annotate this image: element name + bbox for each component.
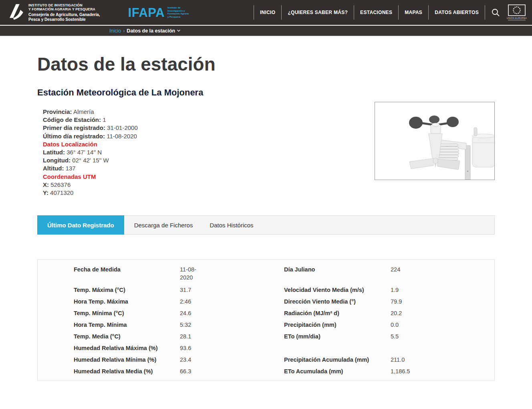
eu-flag-icon	[508, 4, 526, 16]
ifapa-sub-text: Instituto de Investigación y Formación A…	[167, 6, 189, 18]
metric-value: 66.3	[180, 368, 284, 375]
table-row: Humedad Relativa Media (%) 66.3 ETo Acum…	[74, 365, 487, 377]
metric-label: Velocidad Viento Media (m/s)	[284, 287, 391, 293]
metric-label: ETo (mm/dia)	[284, 333, 391, 340]
metric-value: 1,186.5	[391, 368, 487, 375]
metric-label: Temp. Mínima (°C)	[74, 310, 180, 316]
chevron-down-icon	[177, 29, 181, 32]
metric-value: 224	[391, 266, 487, 274]
junta-andalucia-logo[interactable]	[6, 2, 24, 23]
metric-value: 5.5	[391, 333, 487, 340]
breadcrumb-separator: ›	[123, 28, 125, 34]
tab-descarga-de-ficheros[interactable]: Descarga de Ficheros	[127, 216, 200, 234]
meta-utm-y: Y: 4071320	[43, 189, 138, 197]
breadcrumb-home-link[interactable]: Inicio	[109, 28, 121, 34]
search-button[interactable]	[491, 8, 500, 17]
table-row: Humedad Relativa Máxima (%) 93.6	[74, 342, 487, 354]
main-nav: INICIO ¿QUIERES SABER MÁS? ESTACIONES MA…	[254, 5, 485, 20]
tab-bar: Último Dato Registrado Descarga de Fiche…	[37, 215, 495, 235]
meta-altitud: Altitud: 137	[43, 164, 138, 172]
metric-value: 211.0	[391, 356, 487, 363]
metric-label: Dirección Viento Media (°)	[284, 298, 391, 305]
meta-section-localizacion: Datos Localización	[43, 140, 138, 148]
table-row: Temp. Media (°C) 28.1 ETo (mm/dia) 5.5	[74, 330, 487, 342]
metric-value: 24.6	[180, 310, 284, 316]
metric-label: Día Juliano	[284, 266, 391, 274]
nav-inicio[interactable]: INICIO	[254, 5, 281, 20]
table-row: Temp. Mínima (°C) 24.6 Radiación (MJ/m² …	[74, 307, 487, 319]
table-row: Hora Temp. Máxima 2:46 Dirección Viento …	[74, 296, 487, 307]
org-line: Consejería de Agricultura, Ganadería,	[28, 12, 100, 17]
metric-value: 79.9	[391, 298, 487, 305]
meta-longitud: Longitud: 02° 42' 15'' W	[43, 156, 138, 164]
metric-value: 0.0	[391, 322, 487, 328]
metric-value: 11-08-2020	[180, 266, 206, 281]
eu-flag-block: UNIÓN EUROPEA	[507, 4, 527, 20]
breadcrumb-current[interactable]: Datos de la estación	[127, 28, 181, 34]
org-line: Y FORMACIÓN AGRARIA Y PESQUERA	[28, 7, 100, 11]
metric-label: Precipitación (mm)	[284, 322, 391, 328]
metric-label: Fecha de Medida	[74, 266, 180, 274]
metric-value: 1.9	[391, 287, 487, 293]
top-header: INSTITUTO DE INVESTIGACIÓN Y FORMACIÓN A…	[0, 0, 532, 25]
nav-quieres-saber-mas[interactable]: ¿QUIERES SABER MÁS?	[281, 5, 354, 20]
metric-label: Temp. Media (°C)	[74, 333, 180, 340]
meta-primer-dia: Primer día registrado: 31-01-2000	[43, 124, 138, 132]
meta-utm-x: X: 526376	[43, 181, 138, 189]
meta-codigo: Código de Estación: 1	[43, 116, 138, 124]
page-title: Datos de la estación	[37, 54, 495, 75]
nav-separator	[485, 5, 485, 20]
org-line: INSTITUTO DE INVESTIGACIÓN	[28, 3, 100, 7]
eu-label: UNIÓN EUROPEA	[507, 17, 527, 19]
nav-mapas[interactable]: MAPAS	[398, 5, 428, 20]
station-info-row: Provincia: Almería Código de Estación: 1…	[37, 108, 495, 197]
breadcrumb-bar: Inicio › Datos de la estación	[0, 25, 532, 36]
metric-value: 5:32	[180, 322, 284, 328]
ifapa-wordmark: IFAPA	[128, 6, 165, 19]
metric-label: Humedad Relativa Mínima (%)	[74, 356, 180, 363]
meta-ultimo-dia: Último día registrado: 11-08-2020	[43, 132, 138, 140]
metric-label: Humedad Relativa Media (%)	[74, 368, 180, 375]
metric-value: 31.7	[180, 287, 284, 293]
weather-station-illustration	[375, 102, 494, 180]
meta-section-utm: Coordenadas UTM	[43, 173, 138, 181]
nav-estaciones[interactable]: ESTACIONES	[354, 5, 398, 20]
metric-value: 28.1	[180, 333, 284, 340]
metric-label: Radiación (MJ/m² d)	[284, 310, 391, 316]
meta-latitud: Latitud: 36° 47' 14'' N	[43, 148, 138, 156]
metric-label: Precipitación Acumulada (mm)	[284, 356, 391, 363]
search-icon	[491, 8, 500, 17]
tab-ultimo-dato-registrado[interactable]: Último Dato Registrado	[37, 215, 124, 235]
eu-subline	[508, 20, 526, 20]
org-text: INSTITUTO DE INVESTIGACIÓN Y FORMACIÓN A…	[28, 3, 100, 22]
metric-label: Humedad Relativa Máxima (%)	[74, 345, 180, 351]
latest-data-panel: Fecha de Medida 11-08-2020 Día Juliano 2…	[37, 259, 495, 381]
nav-datos-abiertos[interactable]: DATOS ABIERTOS	[428, 5, 485, 20]
main-content: Datos de la estación Estación Meteorológ…	[37, 54, 495, 381]
meta-provincia: Provincia: Almería	[43, 108, 138, 116]
org-line: Pesca y Desarrollo Sostenible	[28, 17, 100, 22]
metric-value: 2:46	[180, 298, 284, 305]
table-row: Fecha de Medida 11-08-2020 Día Juliano 2…	[74, 265, 487, 284]
metric-value: 23.4	[180, 356, 284, 363]
metric-label: Hora Temp. Mínima	[74, 322, 180, 328]
metric-label: ETo Acumulada (mm)	[284, 368, 391, 375]
tab-datos-historicos[interactable]: Datos Históricos	[203, 216, 260, 234]
table-row: Hora Temp. Mínima 5:32 Precipitación (mm…	[74, 319, 487, 330]
junta-a-icon	[6, 2, 24, 22]
table-row: Temp. Máxima (°C) 31.7 Velocidad Viento …	[74, 284, 487, 296]
ifapa-logo[interactable]: IFAPA Instituto de Investigación y Forma…	[128, 6, 189, 19]
station-subtitle: Estación Meteorológica de La Mojonera	[37, 87, 495, 98]
station-metadata: Provincia: Almería Código de Estación: 1…	[37, 108, 138, 197]
metric-label: Hora Temp. Máxima	[74, 298, 180, 305]
metric-value: 93.6	[180, 345, 284, 351]
metric-value: 20.2	[391, 310, 487, 316]
table-row: Humedad Relativa Mínima (%) 23.4 Precipi…	[74, 354, 487, 365]
breadcrumb: Inicio › Datos de la estación	[109, 28, 181, 34]
metric-label: Temp. Máxima (°C)	[74, 287, 180, 293]
weather-station-image	[375, 102, 495, 180]
